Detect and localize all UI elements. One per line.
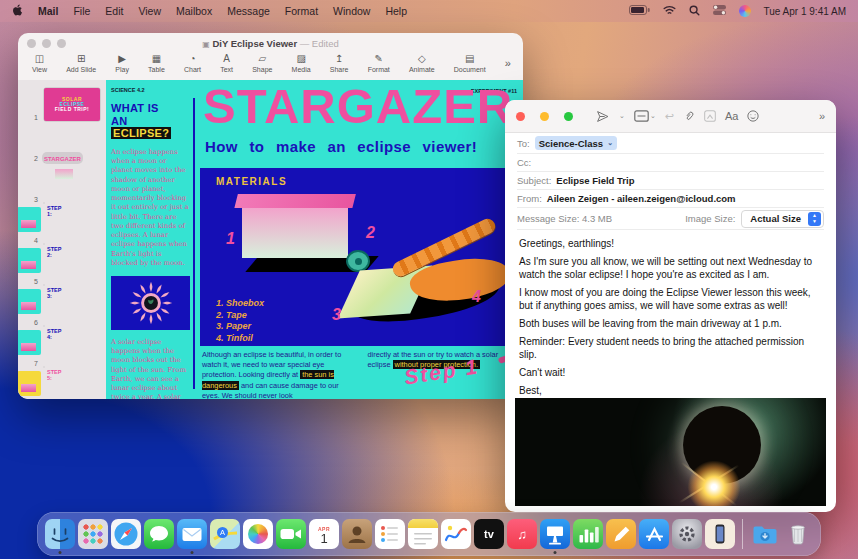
menu-item-format[interactable]: Format — [285, 5, 318, 17]
dock-launchpad[interactable] — [78, 519, 108, 549]
wifi-icon[interactable] — [663, 5, 676, 17]
send-options-chevron-icon[interactable]: ⌄ — [619, 112, 625, 120]
share-button[interactable]: ↥Share — [330, 54, 349, 73]
reply-icon[interactable]: ↩ — [665, 110, 674, 123]
dock: A APR1 tv ♫ — [37, 512, 821, 556]
spotlight-search-icon[interactable] — [689, 5, 700, 18]
materials-box[interactable]: MATERIALS 1 2 3 4 1. Shoebox 2. Tape — [200, 168, 523, 346]
menu-bar: Mail File Edit View Mailbox Message Form… — [0, 0, 858, 22]
emoji-icon[interactable] — [747, 110, 759, 122]
toolbar-overflow-button[interactable]: » — [819, 110, 825, 122]
view-button[interactable]: ◫View — [32, 54, 47, 73]
send-button[interactable] — [596, 110, 609, 123]
menu-item-view[interactable]: View — [138, 5, 161, 17]
dock-pages[interactable] — [606, 519, 636, 549]
menu-item-window[interactable]: Window — [333, 5, 370, 17]
menu-item-file[interactable]: File — [73, 5, 90, 17]
dock-music[interactable]: ♫ — [507, 519, 537, 549]
add-slide-button[interactable]: ⊞Add Slide — [66, 54, 96, 73]
dock-app-store[interactable] — [639, 519, 669, 549]
dock-numbers[interactable] — [573, 519, 603, 549]
to-field[interactable]: To: Science-Class⌄ — [517, 133, 824, 154]
menu-item-mailbox[interactable]: Mailbox — [176, 5, 212, 17]
siri-icon[interactable] — [739, 5, 751, 17]
format-button[interactable]: ✎Format — [368, 54, 390, 73]
menu-item-help[interactable]: Help — [385, 5, 407, 17]
dock-keynote[interactable] — [540, 519, 570, 549]
dock-finder[interactable] — [45, 519, 75, 549]
image-size-select[interactable]: Actual Size ▲▼ — [741, 210, 824, 228]
toolbar-overflow-button[interactable]: » — [505, 57, 511, 69]
from-field[interactable]: From: Aileen Zeigen - aileen.zeigen@iclo… — [517, 190, 824, 208]
dock-trash[interactable] — [783, 519, 813, 549]
dock-reminders[interactable] — [375, 519, 405, 549]
insert-icon[interactable] — [704, 110, 716, 122]
apple-menu-icon[interactable] — [12, 4, 23, 18]
body-paragraph: Reminder: Every student needs to bring t… — [519, 336, 822, 361]
materials-list-item: 4. Tinfoil — [216, 333, 264, 345]
dock-safari[interactable] — [111, 519, 141, 549]
menu-clock[interactable]: Tue Apr 1 9:41 AM — [764, 6, 846, 17]
menu-item-message[interactable]: Message — [227, 5, 270, 17]
diamond-ring-flare — [688, 461, 740, 506]
battery-icon[interactable] — [629, 5, 650, 17]
slide-left-column[interactable]: WHAT IS AN ECLIPSE? An eclipse happens w… — [111, 102, 190, 399]
dock-downloads[interactable] — [750, 519, 780, 549]
slide-title[interactable]: STARGAZER — [203, 80, 513, 134]
close-button[interactable] — [516, 112, 525, 121]
shoebox-illustration — [242, 208, 348, 258]
sun-illustration[interactable] — [111, 276, 190, 330]
minimize-button[interactable] — [540, 112, 549, 121]
column-divider — [193, 98, 195, 389]
slide-canvas[interactable]: SCIENCE 4.2 EXPERIMENT #11 WHAT IS AN EC… — [106, 80, 523, 399]
dock-tv[interactable]: tv — [474, 519, 504, 549]
dock-mail[interactable] — [177, 519, 207, 549]
zoom-button[interactable] — [564, 112, 573, 121]
material-number-3: 3 — [332, 306, 341, 324]
document-panel-icon: ▤ — [465, 54, 474, 66]
recipient-token[interactable]: Science-Class⌄ — [535, 136, 617, 150]
add-slide-icon: ⊞ — [77, 54, 85, 66]
dock-contacts[interactable] — [342, 519, 372, 549]
message-body[interactable]: Greetings, earthlings! As I'm sure you a… — [505, 230, 836, 396]
dock-system-settings[interactable] — [672, 519, 702, 549]
dock-messages[interactable] — [144, 519, 174, 549]
image-size-label: Image Size: — [685, 213, 735, 224]
menu-item-mail[interactable]: Mail — [38, 5, 58, 17]
format-button[interactable]: Aa — [725, 110, 738, 122]
dock-calendar[interactable]: APR1 — [309, 519, 339, 549]
shape-button[interactable]: ▱Shape — [252, 54, 272, 73]
dock-freeform[interactable] — [441, 519, 471, 549]
eclipse-photo-attachment[interactable] — [515, 398, 826, 506]
mail-toolbar: ⌄ ⌄ ↩ Aa » — [505, 100, 836, 133]
shape-icon: ▱ — [258, 54, 266, 66]
svg-text:A: A — [220, 528, 225, 537]
materials-list-item: 3. Paper — [216, 321, 264, 333]
mail-compose-window: ⌄ ⌄ ↩ Aa » To: Science-Class⌄ Cc: Subjec… — [505, 100, 836, 512]
table-button[interactable]: ▦Table — [148, 54, 165, 73]
dock-notes[interactable] — [408, 519, 438, 549]
slide-subtitle[interactable]: How to make an eclipse viewer! — [205, 138, 477, 155]
dock-maps[interactable]: A — [210, 519, 240, 549]
running-indicator — [191, 551, 194, 554]
safety-text-col1: Although an eclipse is beautiful, in ord… — [202, 350, 356, 399]
document-button[interactable]: ▤Document — [454, 54, 486, 73]
subject-field[interactable]: Subject: Eclipse Field Trip — [517, 172, 824, 190]
dock-photos[interactable] — [243, 519, 273, 549]
play-button[interactable]: ▶Play — [115, 54, 129, 73]
text-button[interactable]: AText — [220, 54, 233, 73]
media-button[interactable]: ▨Media — [292, 54, 311, 73]
chart-icon: ◔ — [189, 54, 195, 66]
dock-iphone-mirroring[interactable] — [705, 519, 735, 549]
menu-item-edit[interactable]: Edit — [105, 5, 123, 17]
paperclip-icon[interactable] — [683, 110, 695, 123]
dock-facetime[interactable] — [276, 519, 306, 549]
slide-thumbnail-2-selected[interactable]: 2 STARGAZER — [18, 125, 106, 166]
cc-field[interactable]: Cc: — [517, 154, 824, 172]
animate-button[interactable]: ◇Animate — [409, 54, 435, 73]
control-center-icon[interactable] — [713, 5, 726, 17]
slide-thumbnail-1[interactable]: 1 SOLAR ECLIPSE FIELD TRIP! — [18, 84, 106, 125]
chart-button[interactable]: ◔Chart — [184, 54, 201, 73]
eclipse-paragraph-1: An eclipse happens when a moon or planet… — [111, 148, 190, 268]
header-fields-button[interactable]: ⌄ — [634, 110, 656, 122]
